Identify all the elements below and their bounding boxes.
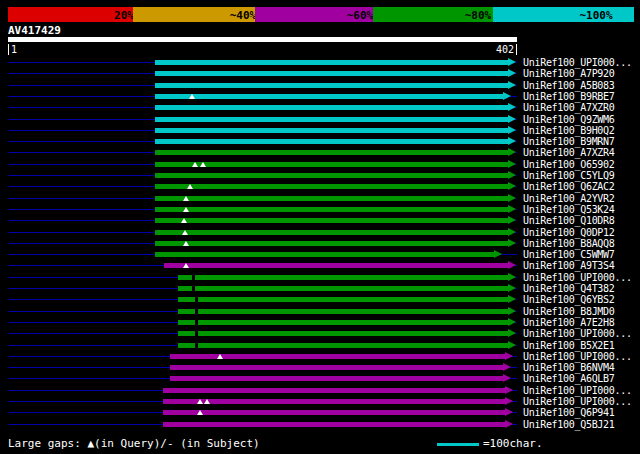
- hit-id-label[interactable]: UniRef100_B6NVM4: [523, 362, 615, 373]
- subject-gap-marker-icon: [192, 286, 195, 291]
- query-gap-marker-icon: [183, 241, 189, 246]
- hit-id-label[interactable]: UniRef100_Q6ZAC2: [523, 181, 615, 192]
- alignment-bar[interactable]: [155, 128, 508, 133]
- hit-id-label[interactable]: UniRef100_B9RBE7: [523, 91, 615, 102]
- alignment-bar[interactable]: [164, 263, 508, 268]
- hit-id-label[interactable]: UniRef100_O65902: [523, 159, 615, 170]
- alignment-bar[interactable]: [163, 399, 505, 404]
- alignment-bar[interactable]: [155, 94, 503, 99]
- alignment-bar[interactable]: [155, 105, 508, 110]
- query-bar: [8, 37, 517, 42]
- hit-id-label[interactable]: UniRef100_A5B083: [523, 80, 615, 91]
- alignment-row: UniRef100_A6QLB7: [0, 373, 640, 384]
- hit-id-label[interactable]: UniRef100_B9H0Q2: [523, 125, 615, 136]
- alignment-bar[interactable]: [155, 150, 508, 155]
- hit-id-label[interactable]: UniRef100_Q6YBS2: [523, 294, 615, 305]
- hit-id-label[interactable]: UniRef100_B8JMD0: [523, 306, 615, 317]
- alignment-bar[interactable]: [178, 275, 508, 280]
- query-gap-marker-icon: [181, 218, 187, 223]
- hit-id-label[interactable]: UniRef100_A6QLB7: [523, 373, 615, 384]
- blast-graphic-overview: 20%~40%~60%~80%~100% AV417429 1 402 UniR…: [0, 0, 640, 454]
- alignment-arrowhead-icon: [508, 295, 516, 303]
- hit-id-label[interactable]: UniRef100_Q53K24: [523, 204, 615, 215]
- alignment-row: UniRef100_A7XZR4: [0, 147, 640, 158]
- alignment-bar[interactable]: [178, 320, 508, 325]
- query-gap-marker-icon: [192, 162, 198, 167]
- alignment-bar[interactable]: [155, 207, 508, 212]
- alignment-bar[interactable]: [170, 365, 503, 370]
- alignment-bar[interactable]: [178, 343, 508, 348]
- hit-id-label[interactable]: UniRef100_B9MRN7: [523, 136, 615, 147]
- ruler-end-label: 402: [496, 44, 514, 55]
- alignment-row: UniRef100_B9MRN7: [0, 136, 640, 147]
- alignment-row: UniRef100_B9RBE7: [0, 91, 640, 102]
- hit-id-label[interactable]: UniRef100_B8AQQ8: [523, 238, 615, 249]
- query-gap-marker-icon: [183, 207, 189, 212]
- alignment-row: UniRef100_UPI000...: [0, 351, 640, 362]
- hit-id-label[interactable]: UniRef100_UPI000...: [523, 328, 632, 339]
- hit-id-label[interactable]: UniRef100_A7XZR4: [523, 147, 615, 158]
- alignment-bar[interactable]: [155, 196, 508, 201]
- query-gap-marker-icon: [197, 399, 203, 404]
- alignment-row: UniRef100_B5X2E1: [0, 340, 640, 351]
- hit-id-label[interactable]: UniRef100_UPI000...: [523, 351, 632, 362]
- scale-legend-label: =100char.: [483, 437, 543, 450]
- alignment-row: UniRef100_Q10DR8: [0, 215, 640, 226]
- alignment-bar[interactable]: [155, 218, 508, 223]
- alignment-bar[interactable]: [155, 173, 508, 178]
- query-gap-marker-icon: [197, 410, 203, 415]
- subject-gap-marker-icon: [195, 297, 198, 302]
- hit-id-label[interactable]: UniRef100_A7P920: [523, 68, 615, 79]
- alignment-arrowhead-icon: [503, 363, 511, 371]
- alignment-row: UniRef100_UPI000...: [0, 272, 640, 283]
- hit-id-label[interactable]: UniRef100_A7XZR0: [523, 102, 615, 113]
- alignment-bar[interactable]: [178, 331, 508, 336]
- alignment-bar[interactable]: [163, 410, 505, 415]
- alignment-bar[interactable]: [155, 117, 508, 122]
- hit-id-label[interactable]: UniRef100_UPI000...: [523, 385, 632, 396]
- hit-id-label[interactable]: UniRef100_Q9ZWM6: [523, 114, 615, 125]
- hit-id-label[interactable]: UniRef100_A9T3S4: [523, 260, 615, 271]
- alignment-bar[interactable]: [155, 60, 508, 65]
- alignment-bar[interactable]: [155, 71, 508, 76]
- hit-id-label[interactable]: UniRef100_UPI000...: [523, 396, 632, 407]
- alignment-arrowhead-icon: [505, 408, 513, 416]
- alignment-bar[interactable]: [155, 252, 494, 257]
- hit-id-label[interactable]: UniRef100_Q10DR8: [523, 215, 615, 226]
- alignment-bar[interactable]: [155, 139, 508, 144]
- scale-segment-label: ~40%: [230, 9, 257, 22]
- alignment-row: UniRef100_B8AQQ8: [0, 238, 640, 249]
- alignment-bar[interactable]: [178, 309, 508, 314]
- alignment-bar[interactable]: [155, 83, 508, 88]
- scale-segment-label: ~100%: [579, 9, 612, 22]
- hit-id-label[interactable]: UniRef100_A2YVR2: [523, 193, 615, 204]
- alignment-bar[interactable]: [155, 162, 508, 167]
- alignment-bar[interactable]: [163, 388, 505, 393]
- hit-id-label[interactable]: UniRef100_B5X2E1: [523, 340, 615, 351]
- hit-id-label[interactable]: UniRef100_Q6P941: [523, 407, 615, 418]
- alignment-bar[interactable]: [178, 286, 508, 291]
- alignment-bar[interactable]: [163, 422, 505, 427]
- scale-legend-line-icon: [437, 443, 479, 446]
- hit-id-label[interactable]: UniRef100_A7E2H8: [523, 317, 615, 328]
- hit-id-label[interactable]: UniRef100_C5YLQ9: [523, 170, 615, 181]
- hit-id-label[interactable]: UniRef100_C5WMW7: [523, 249, 615, 260]
- alignment-arrowhead-icon: [505, 420, 513, 428]
- hit-id-label[interactable]: UniRef100_UPI000...: [523, 272, 632, 283]
- alignment-bar[interactable]: [155, 184, 508, 189]
- hit-id-label[interactable]: UniRef100_UPI000...: [523, 57, 632, 68]
- alignment-arrowhead-icon: [505, 397, 513, 405]
- alignment-bar[interactable]: [178, 297, 508, 302]
- hit-id-label[interactable]: UniRef100_Q4T382: [523, 283, 615, 294]
- alignment-row: UniRef100_A7XZR0: [0, 102, 640, 113]
- alignment-arrowhead-icon: [508, 261, 516, 269]
- alignment-bar[interactable]: [155, 230, 508, 235]
- alignment-row: UniRef100_A9T3S4: [0, 260, 640, 271]
- alignment-bar[interactable]: [155, 241, 508, 246]
- alignment-bar[interactable]: [170, 376, 503, 381]
- alignment-row: UniRef100_UPI000...: [0, 328, 640, 339]
- hit-id-label[interactable]: UniRef100_Q5BJ21: [523, 419, 615, 430]
- alignment-arrowhead-icon: [508, 126, 516, 134]
- hit-id-label[interactable]: UniRef100_Q0DP12: [523, 227, 615, 238]
- query-gap-marker-icon: [189, 94, 195, 99]
